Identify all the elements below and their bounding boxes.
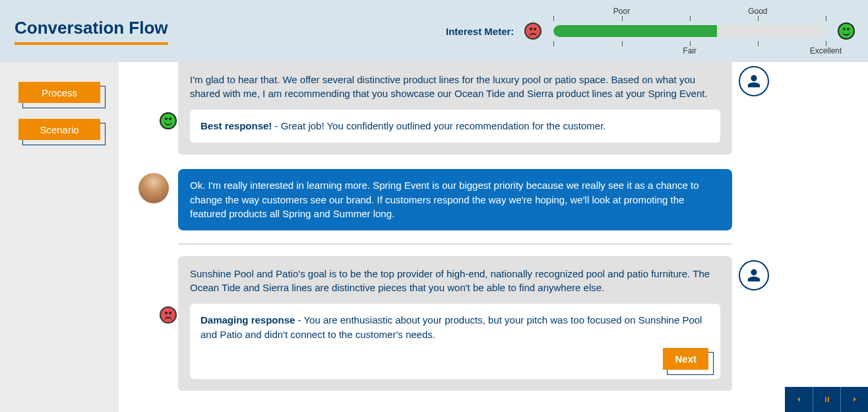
system-text-1: I'm glad to hear that. We offer several … [190, 73, 720, 100]
feedback-1-label: Best response! [201, 120, 272, 131]
page-title: Conversation Flow [15, 18, 168, 45]
frown-icon [160, 306, 177, 324]
divider [178, 244, 732, 244]
prev-button[interactable] [785, 387, 813, 412]
smile-icon [838, 22, 855, 40]
feedback-2: Damaging response - You are enthusiastic… [190, 304, 720, 379]
tick-good: Good [748, 7, 767, 16]
tick-poor: Poor [613, 7, 630, 16]
tick-fair: Fair [683, 46, 697, 55]
interest-meter: Interest Meter: Poor Good [446, 0, 855, 62]
frown-icon [524, 22, 542, 40]
user-icon [739, 66, 769, 96]
scenario-button[interactable]: Scenario [18, 119, 100, 140]
next-button[interactable]: Next [663, 348, 708, 370]
feedback-1: Best response! - Great job! You confiden… [190, 110, 720, 143]
meter-label: Interest Meter: [446, 26, 514, 37]
system-response-2: Sunshine Pool and Patio's goal is to be … [178, 256, 732, 391]
feedback-1-text: - Great job! You confidently outlined yo… [272, 120, 605, 131]
system-text-2: Sunshine Pool and Patio's goal is to be … [190, 267, 720, 294]
user-icon [739, 260, 769, 291]
header-bar: Conversation Flow Interest Meter: Poor G… [0, 0, 868, 62]
sidebar: Process Scenario [0, 62, 119, 412]
playback-controls [785, 387, 868, 412]
customer-avatar [139, 173, 169, 203]
customer-message: Ok. I'm really interested in learning mo… [139, 169, 732, 230]
process-button[interactable]: Process [18, 82, 100, 103]
system-response-1: I'm glad to hear that. We offer several … [178, 62, 732, 154]
pause-button[interactable] [813, 387, 840, 412]
tick-excellent: Excellent [810, 46, 842, 55]
meter-bar: Poor Good Fair Excellent [553, 8, 826, 54]
smile-icon [160, 112, 177, 129]
feedback-2-label: Damaging response [201, 314, 295, 326]
conversation-pane: I'm glad to hear that. We offer several … [119, 62, 868, 412]
customer-bubble: Ok. I'm really interested in learning mo… [178, 169, 732, 230]
next-slide-button[interactable] [840, 387, 868, 412]
meter-fill [553, 25, 717, 37]
